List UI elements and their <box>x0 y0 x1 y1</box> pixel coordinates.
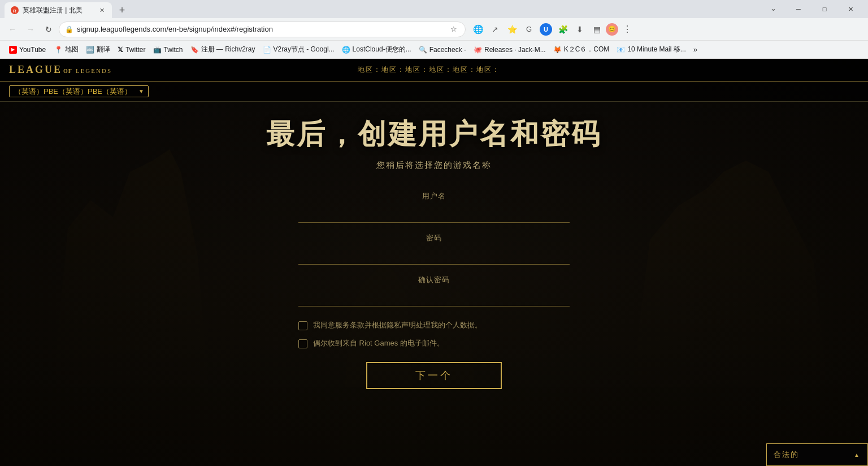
tab-favicon: R <box>10 6 19 15</box>
os-titlebar: R 英雄联盟注册 | 北美 ✕ + ⌄ ─ □ ✕ <box>0 0 868 18</box>
confirm-password-label: 确认密码 <box>298 275 570 285</box>
profile-icon[interactable]: U <box>538 21 554 37</box>
email-checkbox-row: 偶尔收到来自 Riot Games 的电子邮件。 <box>298 338 570 348</box>
region-select-wrap[interactable]: （英语）PBE（英语）PBE（英语） ▼ <box>9 85 149 97</box>
download-icon[interactable]: ⬇ <box>572 21 588 37</box>
maximize-button[interactable]: □ <box>811 0 837 18</box>
region-select[interactable]: （英语）PBE（英语）PBE（英语） <box>9 85 149 97</box>
richv2ray-favicon: 🔖 <box>190 46 199 54</box>
page-content: LEAGUE OF LEGENDS 地区：地区：地区：地区：地区：地区： （英语… <box>0 59 868 466</box>
svg-text:R: R <box>13 8 16 14</box>
password-input[interactable] <box>298 245 570 265</box>
bookmark-twitch[interactable]: 📺 Twitch <box>150 43 186 57</box>
back-button[interactable]: ← <box>5 21 20 37</box>
bookmark-more[interactable]: » <box>690 43 701 57</box>
terms-label: 我同意服务条款并根据隐私声明处理我的个人数据。 <box>313 320 482 330</box>
youtube-favicon: ▶ <box>9 46 17 54</box>
extensions-icon[interactable]: 🧩 <box>555 21 571 37</box>
legal-label: 合法的 <box>774 450 799 460</box>
bookmark-richv2ray[interactable]: 🔖 注册 — Richv2ray <box>187 43 259 57</box>
user-avatar[interactable]: 😊 <box>606 23 618 36</box>
email-label: 偶尔收到来自 Riot Games 的电子邮件。 <box>313 338 444 348</box>
bookmark-k2c6[interactable]: 🦊 K２C６．COM <box>550 43 613 57</box>
bookmark-youtube[interactable]: ▶ YouTube <box>5 43 50 57</box>
forward-button[interactable]: → <box>23 21 38 37</box>
username-input[interactable] <box>298 204 570 223</box>
bookmark-v2ray[interactable]: 📄 V2ray节点 - Googl... <box>259 43 338 57</box>
k2c6-favicon: 🦊 <box>553 46 562 54</box>
address-bar-row: ← → ↻ 🔒 signup.leaguoflegends.com/en-be/… <box>0 18 868 41</box>
tab-bar: R 英雄联盟注册 | 北美 ✕ + ⌄ <box>5 0 781 18</box>
twitch-favicon: 📺 <box>153 46 162 54</box>
terms-checkbox-row: 我同意服务条款并根据隐私声明处理我的个人数据。 <box>298 320 570 330</box>
security-lock-icon: 🔒 <box>65 25 73 33</box>
map-favicon: 📍 <box>54 46 63 54</box>
lol-logo: LEAGUE OF LEGENDS <box>9 64 112 76</box>
tenminute-favicon: 📧 <box>617 46 625 54</box>
v2ray-favicon: 📄 <box>263 46 271 54</box>
bookmark-tenminute[interactable]: 📧 10 Minute Mail 移... <box>613 43 689 57</box>
releases-favicon: 🐙 <box>474 46 482 54</box>
window-controls: ─ □ ✕ <box>785 0 863 18</box>
bookmark-facecheck[interactable]: 🔍 Facecheck - <box>415 43 470 57</box>
legal-chevron-icon: ▲ <box>854 452 861 458</box>
bookmark-map[interactable]: 📍 地图 <box>51 43 82 57</box>
username-label: 用户名 <box>298 191 570 201</box>
bookmark-translate[interactable]: 🔤 翻译 <box>83 43 114 57</box>
email-checkbox[interactable] <box>298 339 307 348</box>
signup-form: 用户名 密码 确认密码 我同意服务条款并根据隐私声明处理我的个人数据。 <box>298 191 570 389</box>
translate-favicon: 🔤 <box>86 46 94 54</box>
sidebar-icon[interactable]: ▤ <box>589 21 605 37</box>
bookmark-lostcloud[interactable]: 🌐 LostCloud-便您的... <box>338 43 415 57</box>
lol-topbar: LEAGUE OF LEGENDS 地区：地区：地区：地区：地区：地区： <box>0 59 868 81</box>
new-tab-button[interactable]: + <box>114 2 130 18</box>
username-field-group: 用户名 <box>298 191 570 223</box>
google-account-icon[interactable]: G <box>521 21 537 37</box>
share-icon[interactable]: ↗ <box>487 21 503 37</box>
close-button[interactable]: ✕ <box>837 0 863 18</box>
password-field-group: 密码 <box>298 233 570 265</box>
active-tab[interactable]: R 英雄联盟注册 | 北美 ✕ <box>5 2 112 18</box>
main-subtitle: 您稍后将选择您的游戏名称 <box>376 160 492 171</box>
twitter-favicon: 𝕏 <box>118 46 123 54</box>
bookmark-twitter[interactable]: 𝕏 Twitter <box>114 43 149 57</box>
lostcloud-favicon: 🌐 <box>342 46 350 54</box>
confirm-password-input[interactable] <box>298 287 570 307</box>
bookmark-star-icon[interactable]: ☆ <box>448 24 459 35</box>
address-box[interactable]: 🔒 signup.leaguoflegends.com/en-be/signup… <box>59 21 466 37</box>
terms-checkbox[interactable] <box>298 321 307 330</box>
tab-bar-right: ⌄ <box>765 0 781 18</box>
region-bar: （英语）PBE（英语）PBE（英语） ▼ <box>0 81 868 102</box>
tab-title: 英雄联盟注册 | 北美 <box>23 6 94 15</box>
region-info: 地区：地区：地区：地区：地区：地区： <box>358 65 500 75</box>
legal-button[interactable]: 合法的 ▲ <box>766 443 868 466</box>
bookmarks-bar: ▶ YouTube 📍 地图 🔤 翻译 𝕏 Twitter 📺 Twitch 🔖… <box>0 41 868 59</box>
next-button-label: 下一个 <box>415 370 453 381</box>
signup-main: 最后，创建用户名和密码 您稍后将选择您的游戏名称 用户名 密码 确认密码 <box>0 102 868 389</box>
tab-close-icon[interactable]: ✕ <box>97 6 106 15</box>
lol-logo-legends: LEGENDS <box>76 67 112 74</box>
lol-logo-text: LEAGUE <box>9 64 62 76</box>
translate-icon[interactable]: 🌐 <box>470 21 486 37</box>
lol-logo-sub: OF <box>63 68 72 74</box>
reload-button[interactable]: ↻ <box>41 21 57 37</box>
next-button[interactable]: 下一个 <box>366 362 502 389</box>
address-text: signup.leaguoflegends.com/en-be/signup/i… <box>77 25 445 33</box>
facecheck-favicon: 🔍 <box>419 46 427 54</box>
tab-search-button[interactable]: ⌄ <box>765 0 781 16</box>
menu-icon[interactable]: ⋮ <box>619 21 635 37</box>
browser-right-icons: 🌐 ↗ ⭐ G U 🧩 ⬇ ▤ 😊 ⋮ <box>470 21 635 37</box>
minimize-button[interactable]: ─ <box>785 0 811 18</box>
bookmark-releases[interactable]: 🐙 Releases · Jack-M... <box>470 43 549 57</box>
password-label: 密码 <box>298 233 570 243</box>
main-title: 最后，创建用户名和密码 <box>266 115 602 153</box>
checkbox-section: 我同意服务条款并根据隐私声明处理我的个人数据。 偶尔收到来自 Riot Game… <box>298 320 570 348</box>
bookmark-icon[interactable]: ⭐ <box>504 21 520 37</box>
confirm-password-field-group: 确认密码 <box>298 275 570 307</box>
